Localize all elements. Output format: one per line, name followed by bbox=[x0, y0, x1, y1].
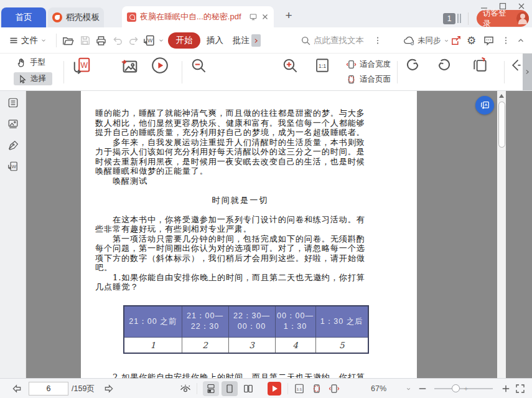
file-menu-label: 文件 bbox=[21, 35, 38, 46]
play-fullscreen-button[interactable] bbox=[268, 382, 281, 396]
table-header-cell: 21：00 之前 bbox=[124, 306, 182, 337]
sync-status-button[interactable]: 未同步 bbox=[403, 27, 449, 54]
pdf-convert-floating-button[interactable] bbox=[475, 96, 494, 115]
collapse-toolbar-button[interactable] bbox=[516, 27, 525, 54]
table-value-cell: 4 bbox=[275, 337, 315, 353]
fit-page-icon bbox=[346, 74, 357, 85]
close-window-button[interactable] bbox=[517, 2, 526, 10]
toolbar-expander-button[interactable] bbox=[523, 54, 532, 90]
search-more-button[interactable] bbox=[373, 27, 382, 54]
fit-width-button[interactable]: 适合宽度 bbox=[346, 59, 391, 70]
rotate-counterclockwise-icon bbox=[436, 57, 452, 73]
svg-text:1:1: 1:1 bbox=[297, 387, 302, 391]
cloud-sync-icon bbox=[403, 35, 415, 47]
table-value-cell: 2 bbox=[182, 337, 228, 353]
divider bbox=[504, 61, 505, 83]
fit-page-status-button[interactable] bbox=[311, 379, 322, 398]
fullscreen-button[interactable] bbox=[515, 379, 525, 398]
actual-size-status-button[interactable]: 1:1 bbox=[294, 379, 305, 398]
more-options-button[interactable] bbox=[502, 27, 510, 54]
tab-document[interactable]: 夜脑在睡眠中自...的秘密.pdf bbox=[122, 6, 274, 27]
svg-text:W: W bbox=[147, 37, 153, 44]
sync-status-label: 未同步 bbox=[418, 36, 441, 46]
toolbar: 手型 选择 W PDF转Office PDF转图片 播放 缩小 66.7% 放大… bbox=[0, 54, 532, 91]
left-sidebar: W bbox=[0, 91, 26, 378]
play-circle-icon bbox=[151, 56, 169, 75]
gear-icon: ⚙ bbox=[467, 36, 476, 46]
undo-button[interactable] bbox=[112, 27, 123, 54]
convert-doc-icon bbox=[480, 100, 490, 111]
select-tool-label: 选择 bbox=[30, 73, 46, 84]
view-mode-two-page-button[interactable] bbox=[240, 381, 256, 396]
outline-panel-button[interactable] bbox=[7, 97, 19, 108]
menu-bar: 文件 W 开始 插入 批注 点此查找文本 未同步 ⚙ bbox=[0, 27, 532, 54]
eye-protect-button[interactable] bbox=[179, 379, 192, 398]
hand-tool-button[interactable]: 手型 bbox=[16, 57, 45, 68]
zoom-minus-button[interactable] bbox=[418, 379, 427, 398]
svg-text:W: W bbox=[11, 164, 16, 169]
hand-tool-label: 手型 bbox=[30, 57, 45, 68]
zoom-percent-label[interactable]: 67% bbox=[371, 379, 386, 398]
divider bbox=[197, 383, 197, 394]
guest-login-label: 访客登录 bbox=[483, 8, 513, 29]
comment-expander-button[interactable] bbox=[251, 34, 261, 47]
pdf-file-icon bbox=[127, 12, 136, 22]
page-number-input[interactable] bbox=[29, 382, 68, 396]
fit-width-status-button[interactable] bbox=[329, 379, 340, 398]
zoom-slider-track[interactable] bbox=[434, 388, 493, 389]
thumbnail-panel-button[interactable] bbox=[7, 118, 19, 130]
cursor-arrow-icon bbox=[17, 74, 27, 84]
comment-menu-tab[interactable]: 批注 bbox=[233, 27, 250, 54]
settings-button[interactable]: ⚙ bbox=[467, 27, 476, 54]
file-menu[interactable]: 文件 bbox=[9, 27, 47, 54]
view-mode-single-page-button[interactable] bbox=[222, 381, 238, 396]
pdf-page[interactable]: 睡的能力，睡醒了就能神清气爽，而且做的往往都是甜蜜的梦。与大多 数人相比，他们显… bbox=[81, 91, 417, 378]
fit-page-button[interactable]: 适合页面 bbox=[346, 74, 391, 85]
new-tab-button[interactable]: + bbox=[281, 9, 296, 22]
zoom-percent-dropdown[interactable] bbox=[406, 379, 411, 398]
window-count-badge[interactable]: 1 bbox=[443, 13, 455, 24]
share-button[interactable] bbox=[450, 27, 462, 54]
redo-button[interactable] bbox=[128, 27, 139, 54]
play-icon bbox=[273, 386, 278, 392]
save-icon bbox=[80, 35, 91, 46]
save-button[interactable] bbox=[80, 27, 91, 54]
select-tool-button[interactable]: 选择 bbox=[14, 72, 52, 85]
chevron-down-icon bbox=[158, 37, 164, 44]
vertical-dots-icon bbox=[373, 36, 382, 45]
close-tab-icon[interactable] bbox=[261, 13, 269, 21]
tab-docer-templates[interactable]: 稻壳模板 bbox=[48, 7, 104, 27]
scroll-up-arrow[interactable] bbox=[499, 94, 504, 98]
guest-login-button[interactable]: 访客登录 bbox=[477, 10, 529, 27]
window-list-icon[interactable] bbox=[457, 14, 461, 23]
table-value-cell: 1 bbox=[124, 337, 182, 353]
scrollbar-thumb[interactable] bbox=[498, 102, 505, 148]
feedback-button[interactable] bbox=[483, 27, 495, 54]
view-mode-continuous-button[interactable] bbox=[203, 381, 219, 396]
annotation-pen-button[interactable] bbox=[7, 140, 19, 151]
print-button[interactable] bbox=[95, 27, 107, 54]
zoom-slider-thumb[interactable] bbox=[452, 384, 460, 392]
start-menu-tab[interactable]: 开始 bbox=[168, 32, 200, 49]
tab-docer-label: 稻壳模板 bbox=[66, 12, 100, 23]
table-value-cell: 5 bbox=[315, 337, 368, 353]
vertical-scrollbar[interactable] bbox=[497, 91, 506, 378]
find-text-button[interactable]: 点此查找文本 bbox=[301, 27, 364, 54]
hamburger-icon bbox=[9, 36, 19, 45]
open-file-button[interactable] bbox=[62, 27, 74, 54]
comment-bubble-icon bbox=[483, 35, 495, 47]
tab-home[interactable]: 首页 bbox=[1, 7, 46, 27]
zoom-plus-button[interactable] bbox=[502, 379, 510, 398]
insert-menu-tab[interactable]: 插入 bbox=[207, 27, 223, 54]
chevron-left-icon bbox=[509, 58, 523, 72]
avatar bbox=[516, 12, 529, 25]
export-to-word-button[interactable]: W bbox=[143, 27, 164, 54]
divider bbox=[287, 383, 288, 394]
prev-page-arrow[interactable] bbox=[11, 379, 22, 398]
pin-tab-icon[interactable] bbox=[249, 12, 258, 21]
status-bar: /159页 1:1 67% + bbox=[0, 378, 532, 398]
search-icon bbox=[301, 36, 311, 46]
export-word-panel-button[interactable]: W bbox=[7, 161, 19, 172]
next-page-arrow[interactable] bbox=[103, 379, 114, 398]
fit-width-icon bbox=[346, 59, 357, 70]
